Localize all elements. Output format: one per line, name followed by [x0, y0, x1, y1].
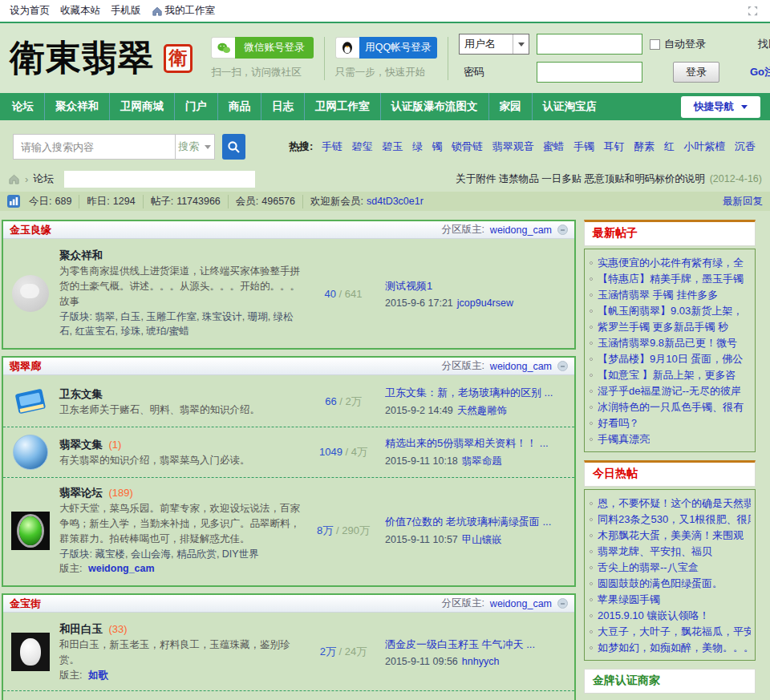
- latest-post-user[interactable]: 甲山镶嵌: [462, 534, 502, 545]
- search-type-select[interactable]: 搜索: [175, 134, 215, 160]
- sidebar-post-link[interactable]: 【特惠店】精美手牌，墨玉手镯: [598, 271, 744, 287]
- subforum-link[interactable]: DIY世界: [217, 548, 259, 560]
- username-input[interactable]: [537, 34, 642, 55]
- nav-item-juzhong[interactable]: 聚众祥和: [45, 93, 110, 120]
- hot-search-link[interactable]: 小叶紫檀: [683, 140, 725, 152]
- collapse-icon[interactable]: [557, 361, 568, 371]
- hot-search-link[interactable]: 手链: [322, 140, 342, 152]
- new-member-link[interactable]: sd4tD3c0e1r: [367, 196, 424, 207]
- collapse-icon[interactable]: [557, 598, 568, 609]
- section-moderator-link[interactable]: weidong_cam: [490, 598, 552, 609]
- wechat-login-button[interactable]: 微信账号登录: [235, 37, 313, 59]
- subforum-link[interactable]: 翡翠: [95, 311, 115, 322]
- moderator-link[interactable]: weidong_cam: [88, 563, 155, 574]
- sidebar-post-link[interactable]: 实惠便宜的小花件有紫有绿，全: [598, 255, 744, 271]
- latest-post-user[interactable]: hnhyych: [462, 656, 500, 667]
- hot-search-link[interactable]: 沉香: [735, 140, 756, 152]
- sidebar-post-link[interactable]: 手镯真漂亮: [598, 431, 650, 447]
- sidebar-post-link[interactable]: 玉涵情翡翠9.8新品已更！微号: [598, 335, 737, 351]
- sidebar-post-link[interactable]: 翡翠龙牌、平安扣、福贝: [598, 544, 712, 560]
- hot-search-link[interactable]: 手镯: [573, 140, 594, 152]
- my-studio-link[interactable]: 我的工作室: [152, 4, 216, 18]
- search-submit-button[interactable]: [222, 134, 245, 160]
- forum-title-link[interactable]: 翡翠论坛: [59, 487, 103, 499]
- latest-post-link[interactable]: 精选出来的5份翡翠相关资料！！ ...: [385, 436, 568, 451]
- section-moderator-link[interactable]: weidong_cam: [490, 361, 552, 372]
- subforum-link[interactable]: 藏宝楼: [95, 548, 125, 560]
- breadcrumb-forum-link[interactable]: 论坛: [33, 172, 54, 186]
- hot-search-link[interactable]: 翡翠观音: [492, 140, 534, 152]
- nav-item-studio[interactable]: 卫网工作室: [305, 93, 381, 120]
- section-title[interactable]: 翡翠廊: [10, 359, 41, 374]
- hot-search-link[interactable]: 锁骨链: [452, 140, 483, 152]
- sidebar-post-link[interactable]: 玉涵情翡翠 手镯 挂件多多: [598, 287, 718, 303]
- sidebar-post-link[interactable]: 湿乎乎de福星游记--无尽的彼岸: [598, 383, 741, 399]
- sidebar-post-link[interactable]: 好看吗？: [598, 415, 639, 431]
- latest-post-user[interactable]: jcop9u4rsew: [457, 297, 513, 309]
- hot-search-link[interactable]: 碧玉: [382, 140, 403, 152]
- hot-search-link[interactable]: 蜜蜡: [543, 140, 564, 152]
- latest-post-user[interactable]: 翡翠命题: [462, 455, 502, 467]
- latest-post-link[interactable]: 卫东文集：新，老场玻璃种的区别 ...: [385, 386, 568, 400]
- set-home-link[interactable]: 设为首页: [10, 4, 50, 18]
- login-button[interactable]: 登录: [673, 62, 719, 83]
- nav-item-blog[interactable]: 日志: [261, 93, 305, 120]
- qq-login-button[interactable]: 用QQ帐号登录: [359, 37, 437, 59]
- sidebar-post-link[interactable]: 同料23条之530，又1根很肥、很厚: [598, 512, 751, 528]
- sidebar-post-link[interactable]: 恩，不要怀疑！这个的确是天然翡: [598, 496, 751, 512]
- nav-item-forum[interactable]: 论坛: [2, 93, 45, 120]
- moderator-link[interactable]: 如歌: [88, 670, 108, 681]
- section-moderator-link[interactable]: weidong_cam: [490, 225, 552, 236]
- sidebar-post-link[interactable]: 冰润特色的一只瓜色手镯、很有: [598, 399, 744, 415]
- subforum-link[interactable]: 白玉: [115, 311, 140, 322]
- subforum-link[interactable]: 玉雕工作室: [140, 311, 196, 322]
- hot-search-link[interactable]: 耳钉: [604, 140, 625, 152]
- latest-reply-link[interactable]: 最新回复: [723, 195, 763, 208]
- subforum-link[interactable]: 珠宝设计: [197, 311, 242, 322]
- notice-link[interactable]: 关于附件 违禁物品 一日多贴 恶意顶贴和明码标价的说明: [456, 172, 704, 186]
- section-title[interactable]: 金玉良缘: [10, 223, 51, 237]
- subforum-link[interactable]: 红蓝宝石: [70, 326, 116, 337]
- register-link[interactable]: Go注册Go: [750, 66, 770, 78]
- latest-post-user[interactable]: 天然趣雕饰: [457, 405, 508, 416]
- subforum-link[interactable]: 琥珀/蜜蜡: [140, 326, 188, 337]
- quick-nav-button[interactable]: 快捷导航: [681, 96, 760, 118]
- nav-item-home-space[interactable]: 家园: [489, 93, 533, 120]
- hot-search-link[interactable]: 酵素: [634, 140, 654, 152]
- hot-search-link[interactable]: 红: [664, 140, 675, 152]
- forum-title-link[interactable]: 和田白玉: [59, 623, 103, 635]
- sidebar-post-link[interactable]: 紫罗兰手镯 更多新品手镯 秒: [598, 319, 728, 335]
- latest-post-link[interactable]: 价值7位数的 老坑玻璃种满绿蛋面 ...: [385, 515, 568, 529]
- sidebar-post-link[interactable]: 舌尖上的翡翠--八宝盒: [598, 560, 699, 576]
- fullscreen-icon[interactable]: [747, 5, 759, 17]
- forum-title-link[interactable]: 翡翠文集: [59, 439, 103, 451]
- sidebar-post-link[interactable]: 2015.9.10 镶嵌认领咯！: [598, 608, 709, 624]
- subforum-link[interactable]: 会山会海: [125, 548, 171, 560]
- breadcrumb-input[interactable]: [64, 171, 255, 188]
- mobile-version-link[interactable]: 手机版: [111, 4, 141, 18]
- nav-item-waterfall[interactable]: 认证版瀑布流图文: [381, 93, 489, 120]
- password-input[interactable]: [537, 62, 642, 83]
- logo[interactable]: 衛東翡翠 衛: [10, 34, 211, 82]
- sidebar-post-link[interactable]: 如梦如幻，如痴如醉，美物。。。: [598, 640, 751, 656]
- latest-post-link[interactable]: 洒金皮一级白玉籽玉 牛气冲天 ...: [385, 637, 568, 652]
- sidebar-post-link[interactable]: 苹果绿圆手镯: [598, 592, 660, 608]
- auto-login-checkbox[interactable]: [650, 39, 660, 50]
- subforum-link[interactable]: 珊瑚: [242, 311, 268, 322]
- nav-item-taobao[interactable]: 认证淘宝店: [533, 93, 608, 120]
- sidebar-post-link[interactable]: 大豆子，大叶子，飘花福瓜，平安: [598, 624, 751, 640]
- collapse-icon[interactable]: [557, 225, 568, 235]
- latest-post-link[interactable]: 测试视频1: [385, 279, 568, 293]
- bookmark-link[interactable]: 收藏本站: [60, 4, 100, 18]
- nav-item-goods[interactable]: 商品: [218, 93, 261, 120]
- hot-search-link[interactable]: 绿: [412, 140, 423, 152]
- search-input[interactable]: [13, 134, 175, 160]
- nav-item-mall[interactable]: 卫网商城: [110, 93, 175, 120]
- hot-search-link[interactable]: 碧玺: [352, 140, 373, 152]
- sidebar-post-link[interactable]: 【梦晶楼】9月10日 蛋面，佛公: [598, 351, 743, 367]
- find-password-link[interactable]: 找回密码: [758, 38, 770, 50]
- subforum-link[interactable]: 珍珠: [115, 326, 140, 337]
- sidebar-post-link[interactable]: 【帆玉阁翡翠】9.03新货上架，: [598, 303, 743, 319]
- sidebar-post-link[interactable]: 圆圆鼓鼓的满色阳绿蛋面。: [598, 576, 723, 592]
- sidebar-post-link[interactable]: 【如意宝 】新品上架，更多咨: [598, 367, 736, 383]
